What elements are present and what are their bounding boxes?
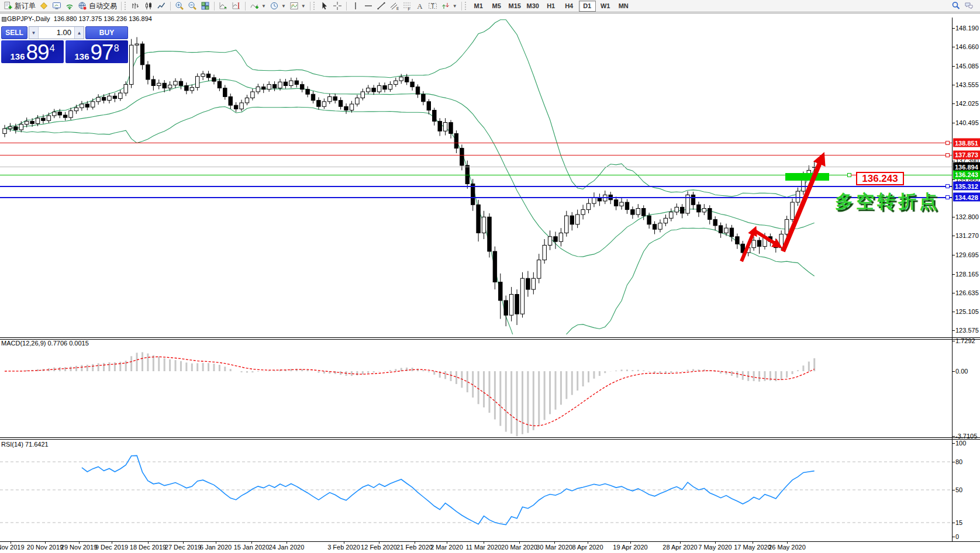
price-axis-tick: 140.495 <box>955 119 979 126</box>
price-axis-tick: 143.555 <box>955 81 979 88</box>
date-axis-label: 2 Mar 2020 <box>430 544 463 551</box>
date-axis-label: 20 Nov 2019 <box>27 544 63 551</box>
date-axis-label: 8 Apr 2020 <box>572 544 603 551</box>
price-annotation-label[interactable]: 136.243 <box>856 172 904 185</box>
bollinger-lower-band <box>5 107 815 362</box>
price-axis-badge: 134.428 <box>953 193 980 202</box>
date-axis-label: 12 Feb 2020 <box>361 544 397 551</box>
price-axis-tick: 146.660 <box>955 43 979 50</box>
main-pane <box>3 20 816 362</box>
date-axis-label: 30 Mar 2020 <box>536 544 572 551</box>
date-axis-label: 21 Feb 2020 <box>396 544 433 551</box>
price-axis-tick: 128.165 <box>955 271 979 278</box>
date-axis-label: 29 Nov 2019 <box>61 544 97 551</box>
macd-indicator-label: MACD(12,26,9) 0.7706 0.0015 <box>1 340 89 347</box>
rsi-axis-tick: 80 <box>955 458 962 465</box>
buy-price-main: 97 <box>90 44 113 61</box>
price-axis-tick: 125.105 <box>955 308 979 315</box>
bollinger-middle-band <box>5 80 815 257</box>
date-axis-label: 9 Dec 2019 <box>95 544 128 551</box>
price-axis-tick: 145.085 <box>955 63 979 70</box>
date-axis-label: Nov 2019 <box>0 544 25 551</box>
sell-price-big-figure: 136 <box>10 52 25 62</box>
date-axis-label: 7 May 2020 <box>698 544 731 551</box>
sell-button[interactable]: SELL <box>1 26 27 39</box>
date-axis-label: 18 Dec 2019 <box>130 544 166 551</box>
volume-input[interactable]: 1.00 <box>39 27 74 39</box>
sell-price-pip: 4 <box>50 44 55 53</box>
date-axis-label: 26 May 2020 <box>768 544 806 551</box>
one-click-trading-panel: SELL ▼ 1.00 ▲ BUY 136 89 4 136 97 8 <box>1 26 128 63</box>
price-axis-tick: 142.025 <box>955 100 979 107</box>
volume-decrease-button[interactable]: ▼ <box>29 27 39 39</box>
macd-histogram <box>10 352 814 437</box>
buy-price-display[interactable]: 136 97 8 <box>65 40 128 63</box>
date-axis-label: 19 Apr 2020 <box>613 544 647 551</box>
rsi-axis-tick: 15 <box>955 519 962 526</box>
date-axis-label: 6 Jan 2020 <box>200 544 232 551</box>
buy-price-pip: 8 <box>114 44 119 53</box>
candles <box>3 37 816 327</box>
price-axis-badge: 138.851 <box>953 139 980 147</box>
chart-symbol-icon <box>2 17 6 22</box>
price-axis-tick: 132.800 <box>955 213 979 220</box>
highlight-rectangle[interactable] <box>785 173 829 181</box>
price-axis-tick: 123.575 <box>955 327 979 334</box>
price-axis-badge: 136.243 <box>953 170 980 179</box>
price-axis-tick: 131.270 <box>955 232 979 239</box>
chart-canvas[interactable] <box>0 0 980 553</box>
macd-axis-tick: -3.7105 <box>955 433 977 440</box>
price-axis-tick: 126.635 <box>955 289 979 296</box>
rsi-indicator-label: RSI(14) 71.6421 <box>1 441 49 448</box>
mt4-window: 新订单自动交易▼▼▼EFAT▼M1M5M15M30H1H4D1W1MN GBPJ… <box>0 0 980 553</box>
date-axis-label: 20 Mar 2020 <box>501 544 537 551</box>
macd-axis-tick: 0.00 <box>955 368 968 375</box>
volume-increase-button[interactable]: ▲ <box>74 27 84 39</box>
macd-axis-tick: 1.7292 <box>955 337 975 344</box>
price-axis-badge: 137.873 <box>953 150 980 159</box>
date-axis-label: 24 Jan 2020 <box>269 544 305 551</box>
pane-borders <box>0 13 980 544</box>
price-axis-badge: 135.312 <box>953 182 980 191</box>
price-axis-tick: 129.695 <box>955 251 979 258</box>
sell-price-main: 89 <box>26 44 49 61</box>
turning-point-note[interactable]: 多空转折点 <box>835 189 940 214</box>
buy-button[interactable]: BUY <box>85 26 128 39</box>
volume-spinner[interactable]: ▼ 1.00 ▲ <box>29 26 84 39</box>
sell-price-display[interactable]: 136 89 4 <box>1 40 64 63</box>
rsi-axis-tick: 50 <box>955 486 962 493</box>
date-axis-label: 15 Jan 2020 <box>234 544 270 551</box>
price-axis-tick: 148.190 <box>955 25 979 32</box>
date-axis-label: 27 Dec 2019 <box>165 544 201 551</box>
macd-pane <box>5 352 815 437</box>
buy-price-big-figure: 136 <box>74 52 89 62</box>
date-axis-label: 28 Apr 2020 <box>662 544 697 551</box>
rsi-axis-tick: 100 <box>955 440 966 447</box>
date-axis-label: 3 Feb 2020 <box>327 544 360 551</box>
rsi-pane <box>0 455 952 524</box>
date-axis-label: 11 Mar 2020 <box>466 544 502 551</box>
date-axis-label: 17 May 2020 <box>734 544 771 551</box>
rsi-axis-tick: 0 <box>955 533 959 540</box>
chart-symbol-title: GBPJPY-,Daily 136.880 137.375 136.236 13… <box>7 15 152 22</box>
